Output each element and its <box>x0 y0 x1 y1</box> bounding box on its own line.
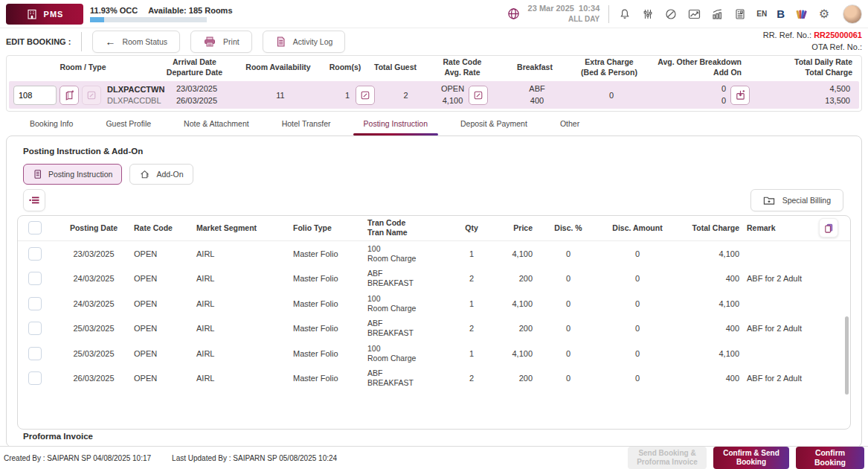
total-charge-cell: 4,100 <box>678 299 747 308</box>
row-checkbox[interactable] <box>28 297 42 310</box>
settings-gear-icon[interactable]: ⚙ <box>817 7 831 21</box>
market-segment-cell: AIRL <box>196 349 293 358</box>
sliders-icon[interactable] <box>641 7 655 21</box>
price-cell: 4,100 <box>488 299 540 308</box>
print-label: Print <box>223 37 239 46</box>
total-charge-cell: 4,100 <box>678 249 747 258</box>
tab-deposit-payment[interactable]: Deposit & Payment <box>444 112 544 135</box>
tran-code: 100 <box>367 244 455 254</box>
tab-note-attachment[interactable]: Note & Attachment <box>167 112 266 135</box>
tran-cell: 100 Room Charge <box>367 294 455 313</box>
last-updated-text: Last Updated By : SAIPARN SP 05/08/2025 … <box>172 454 337 462</box>
current-date: 23 Mar 2025 <box>528 4 574 13</box>
occupancy-percent: 11.93% OCC <box>90 6 138 15</box>
rate-code-cell: OPEN <box>134 324 196 333</box>
assign-room-button[interactable] <box>60 86 79 105</box>
total-charge-cell: 400 <box>678 274 747 283</box>
disc-pct-cell: 0 <box>540 324 597 333</box>
tran-code: ABF <box>367 319 455 328</box>
total-guest-value: 2 <box>382 91 429 100</box>
tran-cell: 100 Room Charge <box>367 344 455 363</box>
confirm-booking-button[interactable]: Confirm Booking <box>796 447 864 469</box>
header-disc-pct: Disc. % <box>540 223 597 233</box>
room-type-primary: DLXPACCTWN <box>107 84 164 95</box>
proforma-invoice-section[interactable]: Proforma Invoice <box>23 432 93 441</box>
printer-icon <box>203 36 216 48</box>
line-chart-icon[interactable] <box>687 7 701 21</box>
tran-code: ABF <box>367 368 455 378</box>
disc-amount-cell: 0 <box>597 324 678 333</box>
room-type-secondary: DLXPACCDBL <box>107 95 164 106</box>
posting-date-cell: 26/03/2025 <box>54 374 134 383</box>
qty-cell: 2 <box>455 324 488 333</box>
price-cell: 200 <box>488 374 540 383</box>
reference-numbers: RR. Ref. No.: RR25000061 OTA Ref. No.: <box>763 30 862 54</box>
row-checkbox[interactable] <box>28 247 42 261</box>
rate-code-cell: OPEN <box>134 349 196 358</box>
total-charge-cell: 4,100 <box>678 349 747 358</box>
add-breakdown-button[interactable] <box>730 86 750 105</box>
header-total-charge: Total Charge <box>678 223 747 233</box>
bar-chart-icon[interactable] <box>710 7 724 21</box>
copy-icon <box>823 223 835 234</box>
tran-cell: ABF BREAKFAST <box>367 269 455 288</box>
edit-booking-bar: EDIT BOOKING : ← Room Status Print Activ… <box>0 28 868 55</box>
copy-rows-button[interactable] <box>819 218 838 237</box>
qty-cell: 1 <box>455 249 488 258</box>
special-billing-label: Special Billing <box>782 196 831 205</box>
rate-code-cell: OPEN <box>134 274 196 283</box>
datetime-display[interactable]: 23 Mar 2025 10:34 ALL DAY <box>528 3 600 24</box>
theme-palette-icon[interactable] <box>794 7 808 21</box>
row-checkbox[interactable] <box>28 272 42 285</box>
gauge-icon[interactable] <box>664 7 678 21</box>
price-cell: 200 <box>488 324 540 333</box>
notifications-bell-icon[interactable] <box>618 7 631 21</box>
disc-amount-cell: 0 <box>597 349 678 358</box>
select-all-checkbox[interactable] <box>28 221 42 234</box>
globe-icon[interactable] <box>507 7 521 21</box>
user-avatar[interactable] <box>843 4 862 24</box>
language-selector[interactable]: EN <box>756 10 767 18</box>
activity-log-button[interactable]: Activity Log <box>263 31 346 53</box>
list-view-button[interactable] <box>23 189 45 211</box>
edit-rate-button[interactable] <box>469 86 488 105</box>
tab-guest-profile[interactable]: Guest Profile <box>89 112 167 135</box>
pms-logo[interactable]: PMS <box>6 4 83 25</box>
special-billing-folder-icon <box>763 195 775 205</box>
tab-posting-instruction[interactable]: Posting Instruction <box>347 112 444 135</box>
disc-pct-cell: 0 <box>540 249 597 258</box>
posting-instruction-toggle[interactable]: Posting Instruction <box>23 164 122 185</box>
total-charge-cell: 400 <box>678 324 747 333</box>
disc-pct-cell: 0 <box>540 299 597 308</box>
occupancy-progressbar <box>90 17 207 22</box>
section-title: Posting Instruction & Add-On <box>23 147 143 156</box>
price-cell: 200 <box>488 274 540 283</box>
row-checkbox[interactable] <box>28 322 42 335</box>
room-status-button[interactable]: ← Room Status <box>92 31 180 53</box>
room-status-label: Room Status <box>122 37 167 46</box>
disc-pct-cell: 0 <box>540 349 597 358</box>
report-icon[interactable] <box>733 7 747 21</box>
tab-booking-info[interactable]: Booking Info <box>13 112 89 135</box>
currency-b-icon[interactable]: B <box>777 7 785 20</box>
special-billing-button[interactable]: Special Billing <box>750 189 843 211</box>
print-button[interactable]: Print <box>190 31 252 53</box>
posting-table-row: 24/03/2025 OPEN AIRL Master Folio ABF BR… <box>18 266 850 291</box>
folio-type-cell: Master Folio <box>293 274 367 283</box>
row-checkbox[interactable] <box>28 347 42 360</box>
table-scrollbar[interactable] <box>845 316 849 395</box>
tab-other[interactable]: Other <box>544 112 596 135</box>
posting-table-row: 25/03/2025 OPEN AIRL Master Folio ABF BR… <box>18 316 850 341</box>
posting-date-cell: 25/03/2025 <box>54 324 134 333</box>
edit-rooms-button[interactable] <box>356 86 375 105</box>
disc-amount-cell: 0 <box>597 299 678 308</box>
room-number-input[interactable] <box>13 86 57 105</box>
tab-hotel-transfer[interactable]: Hotel Transfer <box>266 112 347 135</box>
add-on-toggle[interactable]: Add-On <box>129 164 193 185</box>
total-charge-value: 13,500 <box>753 95 850 106</box>
row-checkbox[interactable] <box>28 371 42 385</box>
market-segment-cell: AIRL <box>196 299 293 308</box>
header-extra-charge: Extra Charge (Bed & Person) <box>572 57 646 77</box>
confirm-send-booking-button[interactable]: Confirm & Send Booking <box>713 447 789 469</box>
tran-name: BREAKFAST <box>367 278 455 288</box>
